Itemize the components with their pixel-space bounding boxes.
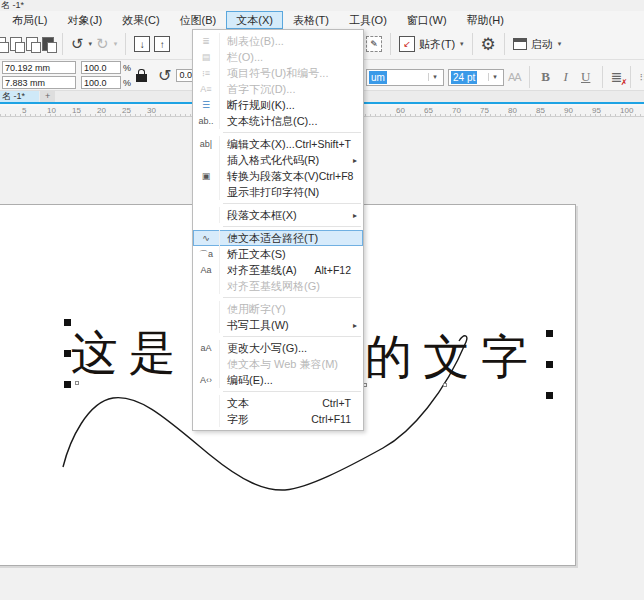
menubar-item[interactable]: 工具(O) <box>339 11 397 29</box>
menubar-item[interactable]: 文本(X) <box>226 11 283 29</box>
underline-button[interactable]: U <box>578 69 594 85</box>
menubar-item[interactable]: 布局(L) <box>2 11 57 29</box>
columns-icon: ▤ <box>193 49 220 65</box>
import-icon[interactable]: ↓ <box>134 36 150 52</box>
scale-h-field[interactable] <box>81 61 121 74</box>
ruler-tick-label: 25 <box>122 106 131 115</box>
options-gear-icon[interactable]: ⚙ <box>481 34 496 55</box>
bold-button[interactable]: B <box>538 69 554 85</box>
selection-handle[interactable] <box>64 350 71 357</box>
draw-complex-icon[interactable]: ✎ <box>366 36 382 52</box>
menu-item[interactable]: ☰断行规则(K)... <box>193 97 363 113</box>
ruler-tick-label: 80 <box>508 106 517 115</box>
edit-text-icon: ab| <box>193 136 220 152</box>
export-icon[interactable]: ↑ <box>154 36 170 52</box>
menu-item-shortcut: Ctrl+F11 <box>311 413 359 425</box>
menu-item-label: 书写工具(W) <box>220 318 289 333</box>
ruler-tick-label: 60 <box>396 106 405 115</box>
menubar-item[interactable]: 表格(T) <box>283 11 339 29</box>
menu-item[interactable]: ab|编辑文本(X)...Ctrl+Shift+T <box>193 136 363 152</box>
menu-item-label: 更改大小写(G)... <box>220 341 307 356</box>
toolbar-separator <box>125 33 126 55</box>
change-case-icon: aA <box>193 340 220 356</box>
path-node[interactable] <box>443 383 447 387</box>
no-icon <box>193 356 220 372</box>
menubar-item[interactable]: 窗口(W) <box>397 11 457 29</box>
menu-item-label: 显示非打印字符(N) <box>220 185 319 200</box>
snap-button[interactable]: 贴齐(T) <box>419 37 455 52</box>
menu-item: 对齐至基线网格(G) <box>193 278 363 294</box>
menubar-item[interactable]: 帮助(H) <box>457 11 514 29</box>
menu-item[interactable]: A‹›编码(E)... <box>193 372 363 388</box>
menu-item[interactable]: ▣转换为段落文本(V)Ctrl+F8 <box>193 168 363 184</box>
menu-item[interactable]: 插入格式化代码(R)▸ <box>193 152 363 168</box>
no-icon <box>193 301 220 317</box>
menubar-item[interactable]: 对象(J) <box>57 11 112 29</box>
selection-handle[interactable] <box>64 381 71 388</box>
menu-item[interactable]: ∿使文本适合路径(T) <box>193 230 363 246</box>
ruler-tick-label: 100 <box>620 106 633 115</box>
object-height-field[interactable] <box>2 76 76 89</box>
menubar-item[interactable]: 效果(C) <box>112 11 169 29</box>
selection-handle[interactable] <box>546 392 553 399</box>
font-name-value: um <box>369 71 387 84</box>
paste-special-icon[interactable] <box>42 37 54 51</box>
bullet-list-icon[interactable]: ⁝⁝ <box>639 71 644 84</box>
text-menu-dropdown: ≣制表位(B)...▤栏(O)...⁝≡项目符号(U)和编号...A≡首字下沉(… <box>192 29 364 431</box>
chevron-down-icon[interactable]: ▾ <box>428 73 441 81</box>
undo-icon[interactable]: ↺ <box>71 35 84 53</box>
no-icon <box>193 152 220 168</box>
menu-separator <box>193 200 363 207</box>
menu-item[interactable]: ⌒a矫正文本(S) <box>193 246 363 262</box>
undo-dropdown-caret[interactable]: ▾ <box>89 40 93 48</box>
selection-handle[interactable] <box>64 319 71 326</box>
toolbar-separator <box>390 33 391 55</box>
copy-icon[interactable] <box>26 37 38 51</box>
italic-button[interactable]: I <box>558 69 574 85</box>
font-size-combo[interactable]: 24 pt ▾ <box>448 69 504 86</box>
menu-item[interactable]: ab..文本统计信息(C)... <box>193 113 363 129</box>
paste-icon[interactable] <box>10 37 22 51</box>
ruler-tick-label: 90 <box>564 106 573 115</box>
no-alignment-icon[interactable]: ≣ ✗ <box>611 69 623 85</box>
menu-item-label: 插入格式化代码(R) <box>220 153 319 168</box>
no-icon <box>193 184 220 200</box>
path-node[interactable] <box>75 381 79 385</box>
object-width-field[interactable] <box>2 61 76 74</box>
menu-item[interactable]: Aa对齐至基线(A)Alt+F12 <box>193 262 363 278</box>
artistic-text-left[interactable]: 这是 <box>71 327 187 379</box>
selection-handle[interactable] <box>546 361 553 368</box>
lock-ratio-icon[interactable] <box>136 74 147 82</box>
menu-separator <box>193 294 363 301</box>
new-document-tab-button[interactable]: + <box>40 91 55 102</box>
scale-v-field[interactable] <box>81 76 121 89</box>
menu-item[interactable]: 书写工具(W)▸ <box>193 317 363 333</box>
launch-dropdown-caret[interactable]: ▾ <box>558 40 562 48</box>
menu-item: ≣制表位(B)... <box>193 33 363 49</box>
window-title: 名 -1* <box>0 0 644 11</box>
snap-dropdown-caret[interactable]: ▾ <box>460 40 464 48</box>
launch-button[interactable]: 启动 <box>531 37 553 52</box>
redo-icon[interactable]: ↻ <box>96 35 109 53</box>
snap-icon[interactable]: ↙ <box>399 36 415 52</box>
clipped-icon <box>0 37 6 51</box>
document-tab[interactable]: 名 -1* <box>0 91 39 102</box>
ruler-tick-label: 20 <box>97 106 106 115</box>
menu-item[interactable]: 文本Ctrl+T <box>193 395 363 411</box>
menu-item[interactable]: 字形Ctrl+F11 <box>193 411 363 427</box>
ruler-tick-label: 95 <box>592 106 601 115</box>
menu-item-label: 使用断字(Y) <box>220 302 286 317</box>
font-name-combo[interactable]: um ▾ <box>366 69 444 86</box>
menu-item[interactable]: 段落文本框(X)▸ <box>193 207 363 223</box>
submenu-arrow-icon: ▸ <box>353 156 359 165</box>
toolbar-separator <box>472 33 473 55</box>
launch-icon[interactable] <box>513 38 527 50</box>
artistic-text-right[interactable]: 的文字 <box>365 331 539 383</box>
menubar-item[interactable]: 位图(B) <box>170 11 227 29</box>
menu-item[interactable]: aA更改大小写(G)... <box>193 340 363 356</box>
selection-handle[interactable] <box>546 330 553 337</box>
fit-text-to-path-icon: ∿ <box>193 230 220 246</box>
chevron-down-icon[interactable]: ▾ <box>488 73 501 81</box>
menu-item-shortcut: Ctrl+F8 <box>319 170 362 182</box>
menu-item[interactable]: 显示非打印字符(N) <box>193 184 363 200</box>
